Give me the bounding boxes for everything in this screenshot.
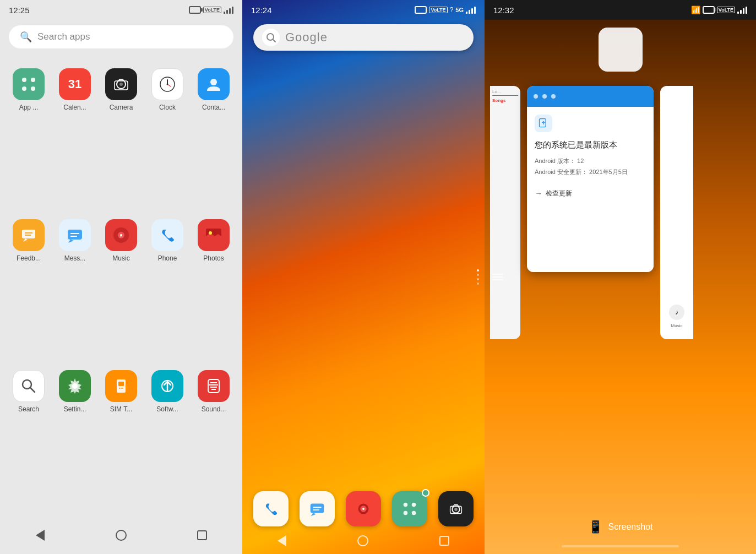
svg-rect-12 (22, 230, 35, 238)
app-item-sound[interactable]: Sound... (191, 365, 237, 515)
signal-bar-1 (224, 12, 225, 14)
home-icon-p2 (357, 535, 368, 546)
dock-icon-photos[interactable] (346, 491, 381, 526)
app-icon-clock (151, 68, 183, 100)
app-item-calendar[interactable]: 31 Calen... (52, 63, 98, 214)
nav-back-btn[interactable] (32, 527, 48, 544)
battery-icon-p2 (415, 6, 427, 14)
app-label-settings: Settin... (64, 405, 86, 413)
app-icon-sound (198, 370, 230, 402)
dock-icon-camera[interactable] (438, 491, 474, 526)
volte-badge-p2: VoLTE (429, 7, 447, 13)
settings-update-title: 您的系统已是最新版本 (535, 139, 646, 150)
app-icon-contacts (198, 68, 230, 100)
app-item-camera[interactable]: Camera (98, 63, 144, 214)
home-dock (242, 491, 485, 526)
recents-icon-p2 (439, 536, 449, 546)
nav-home-btn[interactable] (113, 527, 129, 544)
app-item-software[interactable]: Softw... (144, 365, 191, 515)
app-item-feedback[interactable]: Feedb... (6, 214, 52, 365)
nav-home-btn-p2[interactable] (357, 535, 368, 546)
nav-bar-panel2 (242, 528, 485, 554)
sb2-p3 (740, 10, 742, 14)
svg-point-11 (210, 79, 217, 85)
app-label-search: Search (18, 405, 39, 413)
app-label-clock: Clock (159, 104, 176, 111)
svg-point-2 (22, 86, 26, 91)
dock-icon-phone[interactable] (253, 491, 289, 526)
wifi-icon-p3: 📶 (691, 6, 700, 14)
svg-point-1 (31, 78, 35, 82)
app-icon-music: ♪ (105, 219, 137, 251)
signal-bar-3 (229, 8, 231, 14)
screenshot-divider (562, 545, 679, 547)
app-label-simt: SIM T... (110, 405, 132, 413)
app-icon-applist (13, 68, 45, 100)
partial-left-card[interactable]: Lo... Songs (490, 86, 520, 339)
partial-search-text: Lo... (492, 89, 518, 96)
app-item-search[interactable]: Search (6, 365, 52, 515)
signal-bars (224, 6, 233, 14)
svg-line-25 (30, 388, 35, 392)
app-icon-settings (59, 370, 91, 402)
settings-header-dot3 (551, 94, 556, 99)
time-panel3: 12:32 (493, 6, 514, 15)
svg-point-47 (412, 503, 416, 507)
svg-rect-40 (311, 504, 324, 513)
screenshot-icon: 📱 (588, 520, 603, 534)
nav-back-btn-p2[interactable] (278, 535, 286, 546)
recent-card-settings[interactable]: 您的系统已是最新版本 Android 版本： 12 Android 安全更新： … (527, 86, 654, 272)
app-icon-calendar: 31 (59, 68, 91, 100)
signal-bar-1-p2 (466, 12, 467, 14)
screenshot-button[interactable]: 📱 Screenshot (485, 509, 756, 545)
arrow-icon: → (535, 189, 542, 198)
sb4-p3 (746, 7, 747, 14)
dock-icon-messages[interactable] (300, 491, 335, 526)
recents-icon (197, 530, 207, 540)
app-label-messages: Mess... (64, 254, 86, 262)
app-label-applist: App ... (19, 104, 39, 111)
sb1-p3 (737, 12, 739, 14)
time-panel2: 12:24 (251, 6, 272, 15)
svg-point-48 (404, 511, 408, 515)
app-item-phone[interactable]: Phone (144, 214, 191, 365)
settings-security-update: Android 安全更新： 2021年5月5日 (535, 167, 646, 178)
app-item-photos[interactable]: Photos (191, 214, 237, 365)
list-menu-icon[interactable] (492, 274, 503, 280)
dock-icon-applist[interactable] (392, 491, 427, 526)
partial-right-card[interactable]: ♪ Music (660, 86, 693, 339)
app-item-messages[interactable]: Mess... (52, 214, 98, 365)
list-line-3 (492, 279, 503, 280)
settings-check-update[interactable]: → 检查更新 (535, 189, 646, 198)
app-item-applist[interactable]: App ... (6, 63, 52, 214)
app-icon-feedback (13, 219, 45, 251)
search-bar[interactable]: 🔍 Search apps (9, 25, 233, 48)
svg-point-23 (209, 231, 212, 235)
app-label-phone: Phone (158, 254, 177, 262)
svg-rect-28 (118, 382, 124, 386)
panel3-bottom: 📱 Screenshot (485, 509, 756, 554)
scroll-indicator (477, 269, 479, 285)
scroll-dot-3 (477, 278, 479, 280)
settings-card-content: 您的系统已是最新版本 Android 版本： 12 Android 安全更新： … (527, 107, 654, 272)
panel-home-screen: 12:24 VoLTE ? 5G Google (242, 0, 485, 554)
google-search-bar[interactable]: Google (253, 24, 474, 51)
recents-cards-area: Lo... Songs 您的系统已是最新版本 Andro (485, 20, 756, 339)
app-item-music[interactable]: ♪ Music (98, 214, 144, 365)
app-item-simt[interactable]: SIM T... (98, 365, 144, 515)
app-label-photos: Photos (203, 254, 224, 262)
dock-badge (422, 489, 429, 497)
svg-point-10 (167, 84, 168, 85)
wifi-icon-p2: ? (450, 6, 454, 14)
signal-5g: 5G (455, 7, 464, 13)
update-icon (535, 115, 552, 132)
app-item-clock[interactable]: Clock (144, 63, 191, 214)
screenshot-label: Screenshot (608, 522, 653, 532)
nav-recents-btn[interactable] (194, 527, 210, 544)
svg-point-29 (119, 388, 120, 389)
svg-point-49 (412, 511, 416, 515)
app-item-contacts[interactable]: Conta... (191, 63, 237, 214)
app-label-calendar: Calen... (63, 104, 86, 111)
app-item-settings[interactable]: Settin... (52, 365, 98, 515)
nav-recents-btn-p2[interactable] (439, 536, 449, 546)
